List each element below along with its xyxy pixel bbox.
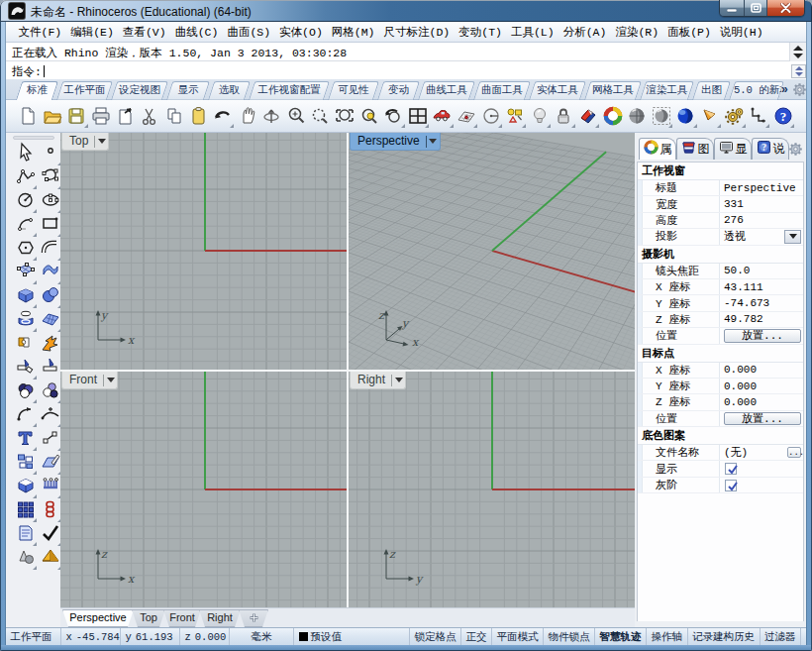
toggle-1[interactable]: 锁定格点	[410, 628, 461, 645]
cut-button[interactable]	[138, 103, 162, 129]
save-button[interactable]	[64, 103, 89, 129]
scroll-up-icon[interactable]	[793, 46, 803, 51]
menu-item-8[interactable]: 尺寸标注(D)	[379, 23, 455, 42]
toggle-2[interactable]: 正交	[461, 628, 492, 645]
command-history-scrollbar[interactable]	[789, 43, 806, 61]
viewport-perspective[interactable]: Perspectivezyx	[349, 133, 635, 370]
set-view-button[interactable]	[478, 103, 503, 129]
freeform-pipe-tool-button[interactable]	[38, 238, 62, 262]
options-button[interactable]	[722, 103, 747, 129]
help-button[interactable]: ?	[770, 103, 795, 129]
viewport-label-front[interactable]: Front	[61, 372, 118, 389]
new-file-button[interactable]	[16, 103, 41, 129]
lights-button[interactable]	[527, 103, 552, 129]
polygon-tool-button[interactable]	[13, 238, 38, 262]
spotlight-button[interactable]	[698, 103, 723, 129]
place-button[interactable]: 放置...	[724, 329, 801, 342]
ellipse-tool-button[interactable]	[38, 190, 62, 214]
dimension-button[interactable]	[747, 103, 771, 129]
menu-item-6[interactable]: 实体(O)	[275, 23, 328, 42]
browse-button[interactable]: ...	[787, 447, 801, 458]
toolbar-tab-12[interactable]: 网格工具	[587, 81, 639, 100]
viewport-right[interactable]: Rightzy	[349, 372, 635, 607]
zoom-selected-button[interactable]	[356, 103, 381, 129]
viewport-front[interactable]: Frontzx	[60, 372, 347, 607]
close-button[interactable]	[767, 0, 804, 16]
menu-item-7[interactable]: 网格(M)	[327, 23, 379, 42]
command-history[interactable]: 正在载入 Rhino 渲染，版本 1.50, Jan 3 2013, 03:30…	[6, 43, 789, 61]
units-pane[interactable]: 毫米	[230, 628, 294, 645]
place-button[interactable]: 放置...	[724, 412, 801, 425]
export-button[interactable]	[113, 103, 138, 129]
zoom-button[interactable]	[284, 103, 309, 129]
menu-item-9[interactable]: 变动(T)	[455, 23, 507, 42]
pyramid-tool-button[interactable]	[38, 547, 62, 571]
toolbar-tab-2[interactable]: 工作平面	[59, 81, 110, 100]
viewport-tab-perspective[interactable]: Perspective	[62, 609, 134, 627]
panel-tab-properties[interactable]: 属	[639, 138, 676, 160]
surface-loft-tool-button[interactable]	[38, 262, 62, 285]
layer-pane[interactable]: 预设值	[294, 628, 410, 645]
join-tool-button[interactable]	[13, 333, 38, 357]
cplane-button[interactable]	[455, 103, 479, 129]
surface-points-tool-button[interactable]	[13, 262, 38, 285]
toolbar-tab-3[interactable]: 设定视图	[114, 81, 165, 100]
blocks-tool-button[interactable]	[13, 452, 38, 476]
viewport-menu-arrow-icon[interactable]	[392, 378, 405, 382]
menu-item-3[interactable]: 查看(V)	[118, 23, 170, 42]
group-tool-button[interactable]	[38, 499, 62, 523]
menu-item-1[interactable]: 文件(F)	[14, 23, 66, 42]
toolbar-tab-1[interactable]: 标准	[19, 81, 55, 100]
viewport-layout-button[interactable]	[406, 103, 431, 129]
raytrace-button[interactable]	[673, 103, 698, 129]
pan-button[interactable]	[235, 103, 259, 129]
zoom-dynamic-button[interactable]	[308, 103, 333, 129]
toggle-6[interactable]: 操作轴	[647, 628, 688, 645]
toolbar-tab-5[interactable]: 选取	[211, 81, 248, 100]
toolbar-tab-7[interactable]: 可见性	[331, 81, 376, 100]
toolbar-tab-15[interactable]: 5.0 的新功能	[732, 81, 781, 100]
menu-item-12[interactable]: 渲染(R)	[611, 23, 663, 42]
toggle-3[interactable]: 平面模式	[492, 628, 544, 645]
color-wheel-button[interactable]	[600, 103, 625, 129]
rotate-view-button[interactable]	[259, 103, 284, 129]
maximize-button[interactable]	[744, 0, 767, 16]
render-preview-button[interactable]	[649, 103, 673, 129]
menu-item-14[interactable]: 说明(H)	[715, 23, 767, 42]
panel-tab-help-panel[interactable]: ?说	[752, 138, 789, 160]
viewport-menu-arrow-icon[interactable]	[104, 378, 117, 382]
split-tool-button[interactable]	[38, 357, 62, 380]
select-cursor-tool-button[interactable]	[13, 143, 38, 166]
checkbox[interactable]	[725, 463, 737, 475]
menu-item-11[interactable]: 分析(A)	[558, 23, 611, 42]
panel-tab-display[interactable]: 显	[714, 138, 752, 160]
tab-overflow-chevron[interactable]: »	[781, 82, 788, 96]
shaded-view-button[interactable]	[576, 103, 601, 129]
point-tool-button[interactable]	[38, 143, 62, 166]
zoom-previous-button[interactable]	[381, 103, 406, 129]
open-file-button[interactable]	[41, 103, 65, 129]
menu-item-2[interactable]: 编辑(E)	[66, 23, 119, 42]
panel-tab-layers[interactable]: 图	[676, 138, 714, 160]
spin-up-icon[interactable]	[795, 66, 803, 70]
lock-button[interactable]	[552, 103, 576, 129]
arc-tool-button[interactable]	[13, 214, 38, 238]
checkbox[interactable]	[725, 480, 737, 491]
viewport-tab-right[interactable]: Right	[199, 609, 241, 627]
shear-tool-button[interactable]	[38, 452, 62, 476]
array-linear-tool-button[interactable]	[38, 476, 62, 499]
spin-down-icon[interactable]	[795, 72, 803, 76]
named-view-button[interactable]	[430, 103, 455, 129]
array-grid-tool-button[interactable]	[13, 499, 38, 523]
menu-item-13[interactable]: 面板(P)	[663, 23, 716, 42]
toggle-7[interactable]: 记录建构历史	[688, 628, 761, 645]
viewport-label-top[interactable]: Top	[61, 133, 109, 151]
circle-tool-button[interactable]	[13, 190, 38, 214]
toggle-8[interactable]: 过滤器	[761, 628, 802, 645]
undo-button[interactable]	[211, 103, 236, 129]
dropdown-button[interactable]	[784, 230, 801, 243]
solid-edit-tool-button[interactable]	[13, 476, 38, 499]
minimize-button[interactable]	[720, 0, 744, 16]
viewport-tab-front[interactable]: Front	[163, 609, 201, 627]
polyline-tool-button[interactable]	[13, 166, 38, 190]
